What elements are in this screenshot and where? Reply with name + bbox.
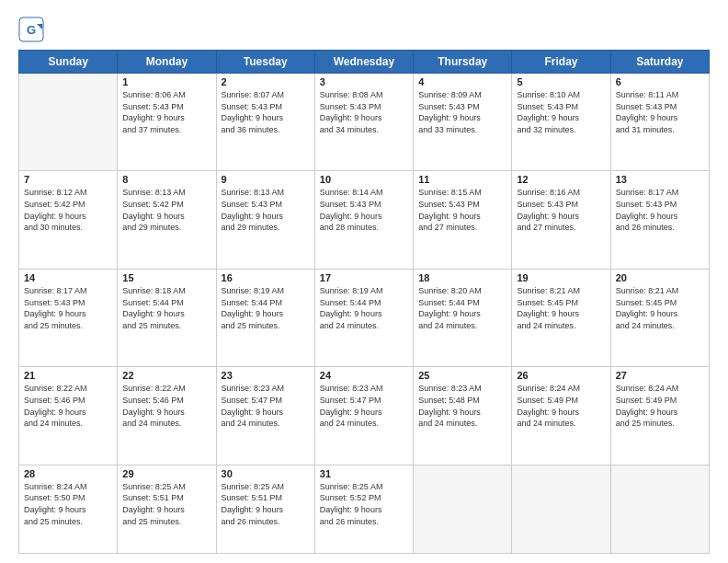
calendar-cell: 26Sunrise: 8:24 AM Sunset: 5:49 PM Dayli… — [512, 367, 610, 465]
calendar-cell: 16Sunrise: 8:19 AM Sunset: 5:44 PM Dayli… — [216, 269, 314, 366]
calendar-cell: 5Sunrise: 8:10 AM Sunset: 5:43 PM Daylig… — [512, 74, 610, 171]
calendar-cell: 24Sunrise: 8:23 AM Sunset: 5:47 PM Dayli… — [314, 367, 413, 465]
day-number: 12 — [517, 174, 605, 185]
day-number: 17 — [320, 272, 408, 283]
day-number: 5 — [517, 76, 605, 87]
day-info: Sunrise: 8:24 AM Sunset: 5:49 PM Dayligh… — [517, 383, 605, 429]
day-number: 30 — [222, 468, 310, 479]
calendar-cell — [512, 465, 610, 553]
day-number: 14 — [24, 272, 112, 283]
day-number: 1 — [122, 76, 210, 87]
day-number: 25 — [418, 370, 506, 381]
day-info: Sunrise: 8:11 AM Sunset: 5:43 PM Dayligh… — [616, 89, 704, 135]
dow-header-saturday: Saturday — [610, 51, 709, 74]
calendar-cell: 27Sunrise: 8:24 AM Sunset: 5:49 PM Dayli… — [610, 367, 709, 465]
day-number: 16 — [222, 272, 310, 283]
day-info: Sunrise: 8:16 AM Sunset: 5:43 PM Dayligh… — [517, 187, 605, 233]
day-number: 8 — [122, 174, 210, 185]
calendar-cell: 13Sunrise: 8:17 AM Sunset: 5:43 PM Dayli… — [610, 171, 709, 269]
logo-icon: G — [18, 17, 44, 42]
day-number: 23 — [222, 370, 310, 381]
calendar-cell: 9Sunrise: 8:13 AM Sunset: 5:43 PM Daylig… — [216, 171, 314, 269]
day-number: 2 — [222, 76, 310, 87]
day-info: Sunrise: 8:19 AM Sunset: 5:44 PM Dayligh… — [222, 285, 310, 331]
calendar-cell: 25Sunrise: 8:23 AM Sunset: 5:48 PM Dayli… — [414, 367, 512, 465]
calendar-cell: 14Sunrise: 8:17 AM Sunset: 5:43 PM Dayli… — [19, 269, 118, 366]
day-number: 27 — [616, 370, 704, 381]
week-row-3: 21Sunrise: 8:22 AM Sunset: 5:46 PM Dayli… — [19, 367, 710, 465]
day-number: 18 — [418, 272, 506, 283]
week-row-2: 14Sunrise: 8:17 AM Sunset: 5:43 PM Dayli… — [19, 269, 710, 366]
day-number: 20 — [616, 272, 704, 283]
day-number: 22 — [122, 370, 210, 381]
calendar-cell: 6Sunrise: 8:11 AM Sunset: 5:43 PM Daylig… — [610, 74, 709, 171]
day-info: Sunrise: 8:17 AM Sunset: 5:43 PM Dayligh… — [616, 187, 704, 233]
calendar-cell — [19, 74, 118, 171]
day-number: 9 — [222, 174, 310, 185]
week-row-1: 7Sunrise: 8:12 AM Sunset: 5:42 PM Daylig… — [19, 171, 710, 269]
dow-header-monday: Monday — [118, 51, 216, 74]
day-info: Sunrise: 8:13 AM Sunset: 5:43 PM Dayligh… — [222, 187, 310, 233]
day-info: Sunrise: 8:25 AM Sunset: 5:51 PM Dayligh… — [222, 481, 310, 527]
day-number: 26 — [517, 370, 605, 381]
day-number: 21 — [24, 370, 112, 381]
day-info: Sunrise: 8:25 AM Sunset: 5:52 PM Dayligh… — [320, 481, 408, 527]
day-info: Sunrise: 8:23 AM Sunset: 5:47 PM Dayligh… — [320, 383, 408, 429]
calendar-cell: 1Sunrise: 8:06 AM Sunset: 5:43 PM Daylig… — [118, 74, 216, 171]
calendar-cell — [610, 465, 709, 553]
day-info: Sunrise: 8:24 AM Sunset: 5:49 PM Dayligh… — [616, 383, 704, 429]
calendar-cell: 23Sunrise: 8:23 AM Sunset: 5:47 PM Dayli… — [216, 367, 314, 465]
day-info: Sunrise: 8:13 AM Sunset: 5:42 PM Dayligh… — [122, 187, 210, 233]
calendar-cell: 17Sunrise: 8:19 AM Sunset: 5:44 PM Dayli… — [314, 269, 413, 366]
week-row-0: 1Sunrise: 8:06 AM Sunset: 5:43 PM Daylig… — [19, 74, 710, 171]
day-info: Sunrise: 8:23 AM Sunset: 5:47 PM Dayligh… — [222, 383, 310, 429]
calendar-cell: 15Sunrise: 8:18 AM Sunset: 5:44 PM Dayli… — [118, 269, 216, 366]
logo: G — [18, 17, 48, 42]
day-info: Sunrise: 8:07 AM Sunset: 5:43 PM Dayligh… — [222, 89, 310, 135]
day-number: 24 — [320, 370, 408, 381]
day-number: 10 — [320, 174, 408, 185]
day-info: Sunrise: 8:15 AM Sunset: 5:43 PM Dayligh… — [418, 187, 506, 233]
calendar-cell: 19Sunrise: 8:21 AM Sunset: 5:45 PM Dayli… — [512, 269, 610, 366]
day-number: 29 — [122, 468, 210, 479]
day-number: 19 — [517, 272, 605, 283]
calendar-cell: 20Sunrise: 8:21 AM Sunset: 5:45 PM Dayli… — [610, 269, 709, 366]
day-info: Sunrise: 8:22 AM Sunset: 5:46 PM Dayligh… — [122, 383, 210, 429]
day-info: Sunrise: 8:17 AM Sunset: 5:43 PM Dayligh… — [24, 285, 112, 331]
day-info: Sunrise: 8:14 AM Sunset: 5:43 PM Dayligh… — [320, 187, 408, 233]
dow-header-wednesday: Wednesday — [314, 51, 413, 74]
day-info: Sunrise: 8:25 AM Sunset: 5:51 PM Dayligh… — [122, 481, 210, 527]
calendar-cell: 21Sunrise: 8:22 AM Sunset: 5:46 PM Dayli… — [19, 367, 118, 465]
calendar-cell: 12Sunrise: 8:16 AM Sunset: 5:43 PM Dayli… — [512, 171, 610, 269]
day-info: Sunrise: 8:21 AM Sunset: 5:45 PM Dayligh… — [517, 285, 605, 331]
day-info: Sunrise: 8:18 AM Sunset: 5:44 PM Dayligh… — [122, 285, 210, 331]
calendar-cell: 22Sunrise: 8:22 AM Sunset: 5:46 PM Dayli… — [118, 367, 216, 465]
day-number: 7 — [24, 174, 112, 185]
page: G SundayMondayTuesdayWednesdayThursdayFr… — [0, 0, 728, 563]
calendar-cell: 18Sunrise: 8:20 AM Sunset: 5:44 PM Dayli… — [414, 269, 512, 366]
day-number: 13 — [616, 174, 704, 185]
day-of-week-row: SundayMondayTuesdayWednesdayThursdayFrid… — [19, 51, 710, 74]
dow-header-tuesday: Tuesday — [216, 51, 314, 74]
day-info: Sunrise: 8:23 AM Sunset: 5:48 PM Dayligh… — [418, 383, 506, 429]
day-number: 28 — [24, 468, 112, 479]
calendar-cell: 4Sunrise: 8:09 AM Sunset: 5:43 PM Daylig… — [414, 74, 512, 171]
calendar-cell: 11Sunrise: 8:15 AM Sunset: 5:43 PM Dayli… — [414, 171, 512, 269]
day-info: Sunrise: 8:06 AM Sunset: 5:43 PM Dayligh… — [122, 89, 210, 135]
svg-text:G: G — [27, 23, 36, 37]
day-info: Sunrise: 8:21 AM Sunset: 5:45 PM Dayligh… — [616, 285, 704, 331]
calendar-body: 1Sunrise: 8:06 AM Sunset: 5:43 PM Daylig… — [19, 74, 710, 554]
calendar-cell: 8Sunrise: 8:13 AM Sunset: 5:42 PM Daylig… — [118, 171, 216, 269]
calendar-cell: 2Sunrise: 8:07 AM Sunset: 5:43 PM Daylig… — [216, 74, 314, 171]
calendar-cell: 28Sunrise: 8:24 AM Sunset: 5:50 PM Dayli… — [19, 465, 118, 553]
dow-header-friday: Friday — [512, 51, 610, 74]
day-number: 3 — [320, 76, 408, 87]
dow-header-thursday: Thursday — [414, 51, 512, 74]
day-info: Sunrise: 8:19 AM Sunset: 5:44 PM Dayligh… — [320, 285, 408, 331]
day-info: Sunrise: 8:24 AM Sunset: 5:50 PM Dayligh… — [24, 481, 112, 527]
calendar-cell — [414, 465, 512, 553]
day-info: Sunrise: 8:08 AM Sunset: 5:43 PM Dayligh… — [320, 89, 408, 135]
day-number: 31 — [320, 468, 408, 479]
calendar-table: SundayMondayTuesdayWednesdayThursdayFrid… — [18, 50, 710, 554]
day-number: 6 — [616, 76, 704, 87]
